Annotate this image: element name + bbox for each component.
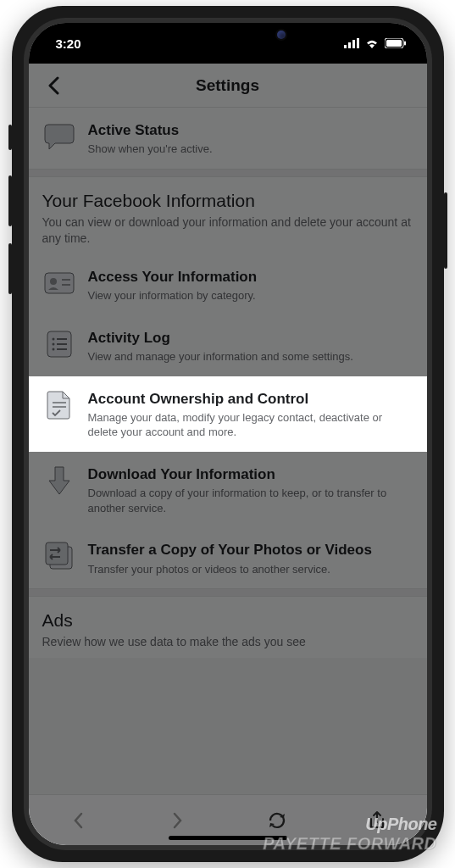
section-divider bbox=[29, 588, 427, 597]
section-subtitle: You can view or download your informatio… bbox=[42, 214, 413, 248]
nav-forward-button[interactable] bbox=[167, 810, 189, 832]
battery-icon bbox=[385, 38, 407, 48]
document-check-icon bbox=[42, 388, 76, 422]
row-access-information[interactable]: Access Your Information View your inform… bbox=[29, 254, 427, 315]
download-arrow-icon bbox=[42, 464, 76, 498]
svg-rect-6 bbox=[404, 42, 406, 46]
section-header-fbinfo: Your Facebook Information You can view o… bbox=[29, 177, 427, 254]
svg-rect-0 bbox=[344, 45, 347, 48]
section-header-ads: Ads Review how we use data to make the a… bbox=[29, 597, 427, 658]
svg-point-16 bbox=[52, 348, 54, 350]
home-indicator[interactable] bbox=[169, 836, 287, 840]
row-title: Download Your Information bbox=[88, 465, 413, 483]
row-subtitle: Download a copy of your information to k… bbox=[88, 486, 413, 515]
share-button[interactable] bbox=[366, 810, 388, 832]
row-account-ownership[interactable]: Account Ownership and Control Manage you… bbox=[29, 376, 427, 452]
page-title: Settings bbox=[196, 76, 259, 95]
svg-point-8 bbox=[50, 278, 57, 285]
row-activity-log[interactable]: Activity Log View and manage your inform… bbox=[29, 315, 427, 376]
section-subtitle: Review how we use data to make the ads y… bbox=[42, 634, 413, 651]
mute-switch bbox=[8, 125, 12, 150]
row-subtitle: View and manage your information and som… bbox=[88, 349, 413, 364]
svg-rect-5 bbox=[386, 40, 402, 47]
row-title: Account Ownership and Control bbox=[88, 390, 413, 408]
phone-frame: 3:20 bbox=[12, 6, 444, 862]
refresh-button[interactable] bbox=[266, 810, 288, 832]
row-download-information[interactable]: Download Your Information Download a cop… bbox=[29, 452, 427, 527]
row-transfer-copy[interactable]: Transfer a Copy of Your Photos or Videos… bbox=[29, 527, 427, 588]
notch bbox=[135, 23, 321, 48]
status-time: 3:20 bbox=[56, 36, 81, 51]
volume-down-button bbox=[8, 243, 12, 294]
svg-point-14 bbox=[52, 342, 54, 345]
power-button bbox=[444, 192, 447, 269]
id-card-icon bbox=[42, 266, 76, 300]
transfer-arrows-icon bbox=[42, 539, 76, 573]
row-active-status[interactable]: Active Status Show when you're active. bbox=[29, 108, 427, 169]
nav-back-button[interactable] bbox=[67, 810, 89, 832]
back-button[interactable] bbox=[41, 73, 66, 98]
row-title: Access Your Information bbox=[88, 268, 413, 286]
wifi-icon bbox=[364, 38, 380, 48]
svg-rect-3 bbox=[357, 38, 359, 48]
svg-rect-21 bbox=[46, 542, 68, 565]
signal-icon bbox=[344, 38, 359, 48]
row-subtitle: Transfer your photos or videos to anothe… bbox=[88, 562, 413, 577]
row-subtitle: Manage your data, modify your legacy con… bbox=[88, 410, 413, 440]
nav-header: Settings bbox=[29, 64, 427, 108]
screen: 3:20 bbox=[29, 23, 427, 845]
section-title: Ads bbox=[42, 610, 413, 631]
row-subtitle: View your information by category. bbox=[88, 288, 413, 303]
row-subtitle: Show when you're active. bbox=[88, 142, 413, 157]
section-divider bbox=[29, 169, 427, 177]
svg-rect-7 bbox=[45, 273, 74, 293]
list-icon bbox=[42, 327, 76, 361]
row-title: Active Status bbox=[88, 121, 413, 139]
svg-point-12 bbox=[52, 337, 54, 340]
row-title: Activity Log bbox=[88, 329, 413, 347]
volume-up-button bbox=[8, 175, 12, 226]
section-title: Your Facebook Information bbox=[42, 191, 413, 211]
svg-rect-2 bbox=[352, 40, 355, 48]
row-title: Transfer a Copy of Your Photos or Videos bbox=[88, 541, 413, 559]
svg-rect-1 bbox=[348, 42, 351, 48]
speech-bubble-icon bbox=[42, 120, 76, 153]
